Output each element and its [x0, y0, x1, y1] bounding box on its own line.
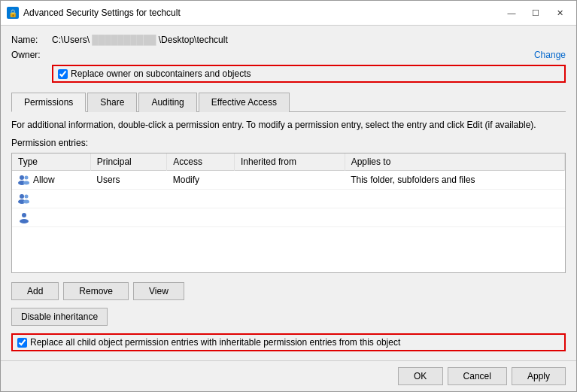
- tab-auditing[interactable]: Auditing: [138, 93, 196, 112]
- advanced-security-window: 🔒 Advanced Security Settings for techcul…: [0, 0, 577, 392]
- row-type: [12, 208, 90, 227]
- row-applies: This folder, subfolders and files: [345, 171, 564, 190]
- row-inherited: [234, 190, 345, 208]
- tab-bar: Permissions Share Auditing Effective Acc…: [11, 92, 566, 112]
- svg-point-0: [20, 175, 24, 180]
- change-link[interactable]: Change: [534, 50, 566, 60]
- add-button[interactable]: Add: [11, 282, 59, 300]
- section-label: Permission entries:: [11, 138, 566, 148]
- row-access: Modify: [167, 171, 235, 190]
- row-applies: [345, 190, 564, 208]
- row-principal: [90, 208, 167, 227]
- view-button[interactable]: View: [133, 282, 184, 300]
- owner-label: Owner:: [11, 50, 47, 60]
- table-header-row: Type Principal Access Inherited from App…: [12, 153, 565, 171]
- svg-point-2: [25, 176, 29, 180]
- replace-owner-checkbox[interactable]: [58, 69, 68, 79]
- col-principal: Principal: [90, 153, 167, 171]
- row-principal: [90, 190, 167, 208]
- row-access: [167, 208, 235, 227]
- name-value: C:\Users\ ██████████ \Desktop\techcult: [52, 35, 228, 45]
- svg-point-6: [25, 195, 29, 199]
- row-type: [12, 190, 90, 208]
- close-button[interactable]: ✕: [549, 5, 570, 20]
- col-inherited: Inherited from: [234, 153, 345, 171]
- svg-point-3: [23, 181, 29, 185]
- row-access: [167, 190, 235, 208]
- svg-point-7: [23, 200, 29, 204]
- bottom-checkbox-row: Replace all child object permission entr…: [11, 333, 566, 351]
- table-row[interactable]: Allow Users Modify This folder, subfolde…: [12, 171, 565, 190]
- name-row: Name: C:\Users\ ██████████ \Desktop\tech…: [11, 35, 566, 45]
- ok-button[interactable]: OK: [398, 367, 443, 385]
- svg-point-8: [22, 213, 26, 217]
- maximize-button[interactable]: ☐: [525, 5, 546, 20]
- remove-button[interactable]: Remove: [63, 282, 129, 300]
- name-label: Name:: [11, 35, 47, 45]
- tab-effective-access[interactable]: Effective Access: [199, 93, 290, 112]
- tab-share[interactable]: Share: [87, 93, 137, 112]
- window-title: Advanced Security Settings for techcult: [23, 8, 501, 18]
- title-bar: 🔒 Advanced Security Settings for techcul…: [1, 1, 576, 26]
- info-text: For additional information, double-click…: [11, 120, 566, 130]
- replace-child-label: Replace all child object permission entr…: [30, 337, 400, 348]
- row-type: Allow: [12, 171, 90, 190]
- user-icon-3: [18, 211, 30, 223]
- svg-point-4: [20, 194, 24, 199]
- replace-owner-label: Replace owner on subcontainers and objec…: [71, 68, 251, 79]
- tab-permissions[interactable]: Permissions: [11, 93, 86, 112]
- disable-inheritance-button[interactable]: Disable inheritance: [11, 308, 108, 326]
- permissions-table-container: Type Principal Access Inherited from App…: [11, 153, 566, 273]
- permissions-table: Type Principal Access Inherited from App…: [12, 153, 565, 227]
- user-group-icon: [18, 174, 30, 186]
- owner-row: Owner: Change: [11, 50, 566, 60]
- footer: OK Cancel Apply: [1, 360, 576, 391]
- replace-child-checkbox[interactable]: [17, 338, 27, 348]
- replace-owner-row: Replace owner on subcontainers and objec…: [52, 65, 566, 83]
- row-applies: [345, 208, 564, 227]
- row-type-text: Allow: [33, 175, 55, 185]
- apply-button[interactable]: Apply: [512, 367, 566, 385]
- svg-point-9: [20, 219, 29, 223]
- cancel-button[interactable]: Cancel: [448, 367, 507, 385]
- table-row[interactable]: [12, 190, 565, 208]
- minimize-button[interactable]: —: [501, 5, 522, 20]
- row-principal: Users: [90, 171, 167, 190]
- main-content: Name: C:\Users\ ██████████ \Desktop\tech…: [1, 26, 576, 360]
- col-access: Access: [167, 153, 235, 171]
- user-icon-2: [18, 193, 30, 205]
- row-inherited: [234, 171, 345, 190]
- owner-left: Owner:: [11, 50, 47, 60]
- window-controls: — ☐ ✕: [501, 5, 570, 20]
- row-inherited: [234, 208, 345, 227]
- action-buttons: Add Remove View: [11, 282, 566, 300]
- col-applies: Applies to: [345, 153, 564, 171]
- col-type: Type: [12, 153, 90, 171]
- table-row[interactable]: [12, 208, 565, 227]
- window-icon: 🔒: [7, 7, 19, 19]
